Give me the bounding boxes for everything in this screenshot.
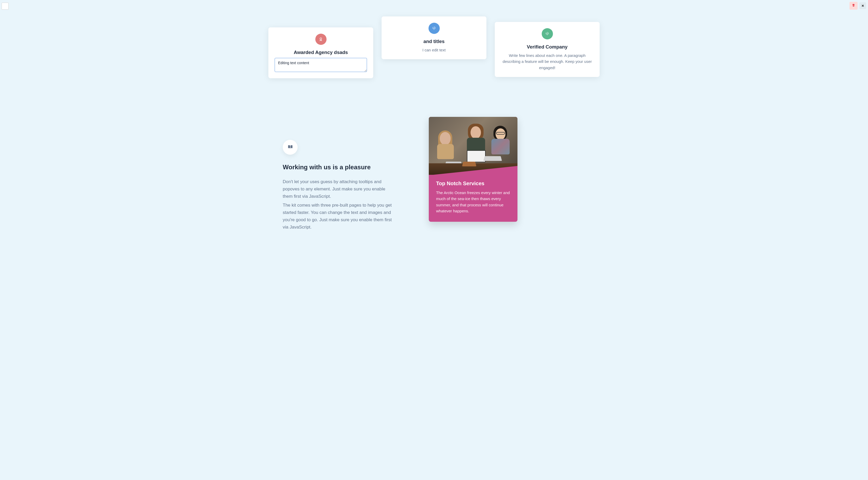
services-text: Top Notch Services The Arctic Ocean free… (429, 175, 518, 222)
services-image (429, 117, 518, 175)
feature-cards-row: Awarded Agency dsads and titles I can ed… (268, 0, 600, 78)
card-title[interactable]: and titles (388, 39, 480, 44)
feature-card-verified[interactable]: Verified Company Write few lines about e… (495, 22, 600, 77)
content-left-column: Working with us is a pleasure Don't let … (283, 140, 395, 233)
section-paragraph-2[interactable]: The kit comes with three pre-built pages… (283, 202, 395, 231)
award-icon (315, 34, 327, 45)
services-title[interactable]: Top Notch Services (436, 181, 510, 186)
card-text[interactable]: I can edit text (388, 47, 480, 53)
feature-card-titles[interactable]: and titles I can edit text (381, 17, 487, 59)
card-text[interactable]: Write few lines about each one. A paragr… (501, 53, 593, 71)
illustration-notebook (462, 162, 476, 167)
svg-point-0 (320, 38, 322, 40)
card-title[interactable]: Awarded Agency dsads (275, 50, 367, 55)
fingerprint-icon (429, 23, 440, 34)
close-icon (862, 3, 864, 8)
services-paragraph[interactable]: The Arctic Ocean freezes every winter an… (436, 190, 510, 214)
fingerprint-icon (542, 28, 553, 39)
book-icon-circle (283, 140, 298, 155)
section-paragraph-1[interactable]: Don't let your uses guess by attaching t… (283, 178, 395, 200)
card-text-editor[interactable] (275, 58, 367, 72)
close-button[interactable] (859, 2, 866, 9)
drag-handle[interactable] (2, 3, 9, 10)
trash-icon (852, 3, 855, 8)
book-open-icon (288, 145, 293, 150)
section-heading[interactable]: Working with us is a pleasure (283, 163, 395, 171)
delete-button[interactable] (849, 2, 858, 10)
services-card[interactable]: Top Notch Services The Arctic Ocean free… (429, 117, 518, 222)
feature-card-awarded[interactable]: Awarded Agency dsads (268, 27, 373, 78)
card-title[interactable]: Verified Company (501, 44, 593, 50)
editor-controls (849, 2, 866, 10)
content-section: Working with us is a pleasure Don't let … (278, 117, 590, 233)
